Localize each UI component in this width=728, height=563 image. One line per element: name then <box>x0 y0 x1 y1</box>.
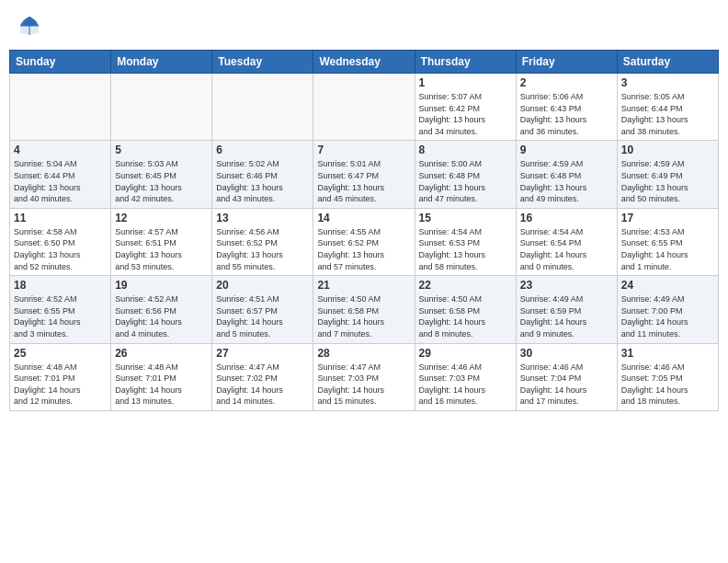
day-number: 28 <box>317 347 410 360</box>
calendar-cell: 19Sunrise: 4:52 AM Sunset: 6:56 PM Dayli… <box>111 276 212 343</box>
calendar-cell: 16Sunrise: 4:54 AM Sunset: 6:54 PM Dayli… <box>516 208 617 275</box>
day-number: 16 <box>520 212 613 224</box>
calendar-cell: 8Sunrise: 5:00 AM Sunset: 6:48 PM Daylig… <box>415 141 516 208</box>
day-info: Sunrise: 4:46 AM Sunset: 7:03 PM Dayligh… <box>419 362 512 408</box>
day-number: 12 <box>115 212 208 224</box>
day-info: Sunrise: 4:59 AM Sunset: 6:49 PM Dayligh… <box>621 158 714 204</box>
day-info: Sunrise: 4:47 AM Sunset: 7:02 PM Dayligh… <box>216 362 309 408</box>
calendar-cell: 9Sunrise: 4:59 AM Sunset: 6:48 PM Daylig… <box>516 141 617 208</box>
calendar-cell <box>10 74 111 141</box>
calendar-week-row-5: 25Sunrise: 4:48 AM Sunset: 7:01 PM Dayli… <box>10 343 719 410</box>
calendar-cell: 1Sunrise: 5:07 AM Sunset: 6:42 PM Daylig… <box>415 74 516 141</box>
calendar-cell: 21Sunrise: 4:50 AM Sunset: 6:58 PM Dayli… <box>313 276 415 343</box>
day-info: Sunrise: 5:06 AM Sunset: 6:43 PM Dayligh… <box>520 91 613 137</box>
weekday-header-monday: Monday <box>111 51 212 74</box>
day-number: 27 <box>216 347 309 360</box>
calendar-cell: 22Sunrise: 4:50 AM Sunset: 6:58 PM Dayli… <box>415 276 516 343</box>
day-number: 25 <box>14 347 107 360</box>
logo <box>17 13 44 39</box>
calendar-cell: 13Sunrise: 4:56 AM Sunset: 6:52 PM Dayli… <box>212 208 313 275</box>
calendar-cell: 28Sunrise: 4:47 AM Sunset: 7:03 PM Dayli… <box>313 343 415 410</box>
calendar-cell: 17Sunrise: 4:53 AM Sunset: 6:55 PM Dayli… <box>617 208 718 275</box>
calendar-cell: 25Sunrise: 4:48 AM Sunset: 7:01 PM Dayli… <box>10 343 111 410</box>
day-info: Sunrise: 4:46 AM Sunset: 7:04 PM Dayligh… <box>520 362 613 408</box>
day-info: Sunrise: 4:52 AM Sunset: 6:55 PM Dayligh… <box>14 293 107 339</box>
weekday-header-wednesday: Wednesday <box>313 51 415 74</box>
weekday-header-tuesday: Tuesday <box>212 51 313 74</box>
day-number: 8 <box>419 144 512 156</box>
day-number: 31 <box>621 347 714 360</box>
day-info: Sunrise: 4:54 AM Sunset: 6:54 PM Dayligh… <box>520 226 613 272</box>
day-number: 10 <box>621 144 714 156</box>
calendar-cell: 29Sunrise: 4:46 AM Sunset: 7:03 PM Dayli… <box>415 343 516 410</box>
calendar-cell: 20Sunrise: 4:51 AM Sunset: 6:57 PM Dayli… <box>212 276 313 343</box>
day-info: Sunrise: 4:51 AM Sunset: 6:57 PM Dayligh… <box>216 293 309 339</box>
day-info: Sunrise: 4:52 AM Sunset: 6:56 PM Dayligh… <box>115 293 208 339</box>
day-info: Sunrise: 5:07 AM Sunset: 6:42 PM Dayligh… <box>419 91 512 137</box>
day-number: 14 <box>317 212 410 224</box>
day-info: Sunrise: 4:53 AM Sunset: 6:55 PM Dayligh… <box>621 226 714 272</box>
calendar-cell: 4Sunrise: 5:04 AM Sunset: 6:44 PM Daylig… <box>10 141 111 208</box>
day-number: 3 <box>621 76 714 89</box>
day-info: Sunrise: 4:58 AM Sunset: 6:50 PM Dayligh… <box>14 226 107 272</box>
day-info: Sunrise: 5:03 AM Sunset: 6:45 PM Dayligh… <box>115 158 208 204</box>
weekday-header-sunday: Sunday <box>10 51 111 74</box>
day-number: 5 <box>115 144 208 156</box>
weekday-header-thursday: Thursday <box>415 51 516 74</box>
day-info: Sunrise: 4:50 AM Sunset: 6:58 PM Dayligh… <box>419 293 512 339</box>
calendar-cell: 14Sunrise: 4:55 AM Sunset: 6:52 PM Dayli… <box>313 208 415 275</box>
day-info: Sunrise: 5:05 AM Sunset: 6:44 PM Dayligh… <box>621 91 714 137</box>
day-number: 7 <box>317 144 410 156</box>
day-number: 19 <box>115 279 208 292</box>
day-number: 18 <box>14 279 107 292</box>
weekday-header-friday: Friday <box>516 51 617 74</box>
day-info: Sunrise: 4:50 AM Sunset: 6:58 PM Dayligh… <box>317 293 410 339</box>
day-info: Sunrise: 4:48 AM Sunset: 7:01 PM Dayligh… <box>14 362 107 408</box>
weekday-header-row: SundayMondayTuesdayWednesdayThursdayFrid… <box>10 51 719 74</box>
calendar-cell: 26Sunrise: 4:48 AM Sunset: 7:01 PM Dayli… <box>111 343 212 410</box>
calendar-cell <box>111 74 212 141</box>
day-info: Sunrise: 5:01 AM Sunset: 6:47 PM Dayligh… <box>317 158 410 204</box>
day-info: Sunrise: 4:54 AM Sunset: 6:53 PM Dayligh… <box>419 226 512 272</box>
day-info: Sunrise: 4:57 AM Sunset: 6:51 PM Dayligh… <box>115 226 208 272</box>
day-number: 26 <box>115 347 208 360</box>
day-info: Sunrise: 5:02 AM Sunset: 6:46 PM Dayligh… <box>216 158 309 204</box>
day-info: Sunrise: 5:00 AM Sunset: 6:48 PM Dayligh… <box>419 158 512 204</box>
day-number: 11 <box>14 212 107 224</box>
calendar-cell: 5Sunrise: 5:03 AM Sunset: 6:45 PM Daylig… <box>111 141 212 208</box>
day-info: Sunrise: 4:48 AM Sunset: 7:01 PM Dayligh… <box>115 362 208 408</box>
calendar-cell <box>313 74 415 141</box>
day-number: 30 <box>520 347 613 360</box>
day-number: 9 <box>520 144 613 156</box>
day-number: 17 <box>621 212 714 224</box>
day-info: Sunrise: 4:56 AM Sunset: 6:52 PM Dayligh… <box>216 226 309 272</box>
calendar-cell: 24Sunrise: 4:49 AM Sunset: 7:00 PM Dayli… <box>617 276 718 343</box>
day-number: 2 <box>520 76 613 89</box>
calendar-cell: 23Sunrise: 4:49 AM Sunset: 6:59 PM Dayli… <box>516 276 617 343</box>
calendar-cell: 27Sunrise: 4:47 AM Sunset: 7:02 PM Dayli… <box>212 343 313 410</box>
day-number: 6 <box>216 144 309 156</box>
calendar-cell: 2Sunrise: 5:06 AM Sunset: 6:43 PM Daylig… <box>516 74 617 141</box>
calendar-week-row-4: 18Sunrise: 4:52 AM Sunset: 6:55 PM Dayli… <box>10 276 719 343</box>
day-info: Sunrise: 4:49 AM Sunset: 7:00 PM Dayligh… <box>621 293 714 339</box>
calendar-cell: 6Sunrise: 5:02 AM Sunset: 6:46 PM Daylig… <box>212 141 313 208</box>
calendar-cell: 30Sunrise: 4:46 AM Sunset: 7:04 PM Dayli… <box>516 343 617 410</box>
day-number: 15 <box>419 212 512 224</box>
day-number: 20 <box>216 279 309 292</box>
calendar-table: SundayMondayTuesdayWednesdayThursdayFrid… <box>9 50 719 411</box>
day-number: 13 <box>216 212 309 224</box>
day-info: Sunrise: 4:46 AM Sunset: 7:05 PM Dayligh… <box>621 362 714 408</box>
calendar-week-row-3: 11Sunrise: 4:58 AM Sunset: 6:50 PM Dayli… <box>10 208 719 275</box>
day-info: Sunrise: 4:47 AM Sunset: 7:03 PM Dayligh… <box>317 362 410 408</box>
day-number: 24 <box>621 279 714 292</box>
calendar-cell: 15Sunrise: 4:54 AM Sunset: 6:53 PM Dayli… <box>415 208 516 275</box>
day-info: Sunrise: 4:55 AM Sunset: 6:52 PM Dayligh… <box>317 226 410 272</box>
day-number: 1 <box>419 76 512 89</box>
day-number: 4 <box>14 144 107 156</box>
day-number: 29 <box>419 347 512 360</box>
day-info: Sunrise: 4:49 AM Sunset: 6:59 PM Dayligh… <box>520 293 613 339</box>
calendar-cell: 3Sunrise: 5:05 AM Sunset: 6:44 PM Daylig… <box>617 74 718 141</box>
day-number: 23 <box>520 279 613 292</box>
day-number: 22 <box>419 279 512 292</box>
calendar-cell: 11Sunrise: 4:58 AM Sunset: 6:50 PM Dayli… <box>10 208 111 275</box>
